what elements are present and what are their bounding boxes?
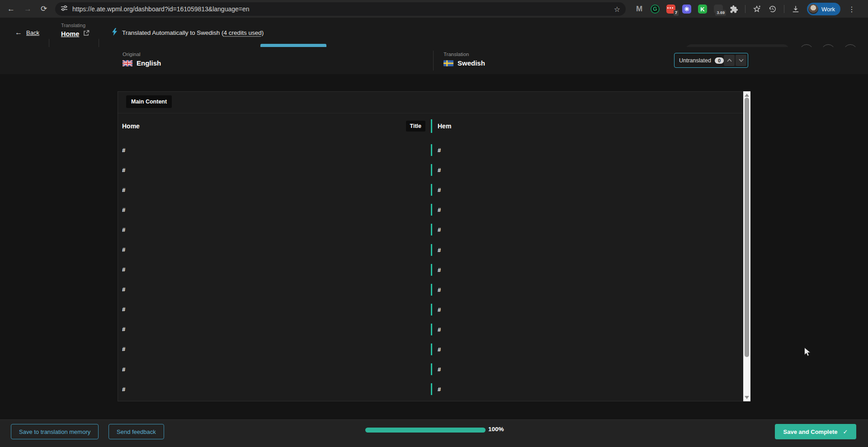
browser-nav-group: ← → ⟳ <box>0 5 48 13</box>
translation-language-name: Swedish <box>458 59 485 67</box>
target-text[interactable]: # <box>438 207 441 213</box>
dim-extension-badge: 3.69 <box>715 10 726 16</box>
browser-profile-button[interactable]: Work <box>807 3 840 15</box>
status-text: Translated Automatically to Swedish (4 c… <box>122 29 264 36</box>
credits-used-link[interactable]: 4 credits used <box>224 29 262 36</box>
check-icon: ✓ <box>843 428 848 435</box>
back-label: Back <box>26 29 39 36</box>
filter-label: Untranslated <box>679 57 711 64</box>
previous-segment-button[interactable] <box>724 55 735 66</box>
grammarly-extension-icon[interactable]: G <box>651 5 660 14</box>
target-text[interactable]: # <box>438 306 441 313</box>
segment-row[interactable]: # # <box>118 220 743 240</box>
untranslated-filter[interactable]: Untranslated 0 <box>674 53 748 68</box>
source-text[interactable]: # <box>122 167 125 174</box>
scrollbar-up-arrow[interactable] <box>745 94 749 97</box>
section-badge: Main Content <box>126 95 172 108</box>
scrollbar[interactable] <box>743 91 750 401</box>
segment-row[interactable]: # # <box>118 200 743 220</box>
segment-row[interactable]: # # <box>118 180 743 200</box>
browser-forward-icon[interactable]: → <box>24 5 32 13</box>
segment-row[interactable]: # # <box>118 300 743 320</box>
source-text[interactable]: # <box>122 326 125 333</box>
target-text[interactable]: # <box>438 287 441 293</box>
chevron-down-icon <box>739 59 744 62</box>
save-to-translation-memory-button[interactable]: Save to translation memory <box>11 424 99 439</box>
target-text[interactable]: Hem <box>438 122 451 130</box>
source-text[interactable]: # <box>122 226 125 233</box>
target-text[interactable]: # <box>438 326 441 333</box>
back-arrow-icon: ← <box>15 28 22 37</box>
segment-row[interactable]: # # <box>118 339 743 359</box>
blue-extension-icon[interactable]: ✳ <box>682 5 691 14</box>
lightning-icon <box>112 28 118 38</box>
source-text[interactable]: # <box>122 306 125 313</box>
uk-flag-icon <box>123 60 132 66</box>
source-text[interactable]: # <box>122 187 125 193</box>
scrollbar-thumb[interactable] <box>745 98 749 357</box>
red-extension-badge: 7 <box>674 10 679 16</box>
target-text[interactable]: # <box>438 187 441 193</box>
sparkle-star-icon[interactable] <box>752 5 761 14</box>
translation-label: Translation <box>443 52 485 57</box>
scrollbar-down-arrow[interactable] <box>745 396 749 399</box>
target-text[interactable]: # <box>438 386 441 393</box>
keeper-extension-icon[interactable]: K <box>698 5 707 14</box>
target-text[interactable]: # <box>438 247 441 254</box>
translating-label: Translating <box>61 23 90 28</box>
source-text[interactable]: # <box>122 266 125 273</box>
browser-toolbar: ← → ⟳ https://e.ate.wpml.org/dashboard?i… <box>0 0 868 18</box>
translation-panel: Main Content Home Title Hem # # # # # # … <box>118 91 750 401</box>
source-text[interactable]: # <box>122 246 125 253</box>
malwarebytes-extension-icon[interactable]: M <box>635 5 644 14</box>
browser-refresh-icon[interactable]: ⟳ <box>41 5 47 13</box>
profile-label: Work <box>821 6 835 13</box>
source-text[interactable]: # <box>122 366 125 373</box>
language-column-divider <box>433 51 434 71</box>
toolbar-separator <box>745 5 745 13</box>
target-text[interactable]: # <box>438 346 441 353</box>
segment-row[interactable]: # # <box>118 240 743 259</box>
bookmark-star-icon[interactable]: ☆ <box>614 5 620 14</box>
history-icon[interactable] <box>768 5 777 14</box>
downloads-icon[interactable] <box>791 5 800 14</box>
target-text[interactable]: # <box>438 366 441 373</box>
send-feedback-button[interactable]: Send feedback <box>108 424 164 439</box>
source-text[interactable]: # <box>122 346 125 353</box>
source-text[interactable]: # <box>122 386 125 393</box>
segment-row[interactable]: # # <box>118 160 743 180</box>
progress-bar <box>365 428 486 433</box>
red-extension-icon[interactable]: 7 <box>666 5 675 14</box>
document-title-link[interactable]: Home <box>61 30 79 38</box>
address-bar[interactable]: https://e.ate.wpml.org/dashboard?id=1610… <box>55 2 626 16</box>
source-text[interactable]: # <box>122 207 125 213</box>
target-text[interactable]: # <box>438 226 441 233</box>
source-text[interactable]: # <box>122 286 125 293</box>
language-bar: Original English Translation Swedish Unt… <box>0 47 868 74</box>
site-settings-icon[interactable] <box>61 5 68 14</box>
target-text[interactable]: # <box>438 147 441 154</box>
next-segment-button[interactable] <box>736 55 746 66</box>
segment-row[interactable]: # # <box>118 359 743 379</box>
segment-row[interactable]: # # <box>118 260 743 280</box>
external-link-icon[interactable] <box>83 30 90 38</box>
sweden-flag-icon <box>443 60 453 66</box>
field-badge: Title <box>406 121 425 132</box>
browser-back-icon[interactable]: ← <box>7 5 15 13</box>
source-text[interactable]: # <box>122 147 125 154</box>
save-and-complete-button[interactable]: Save and Complete ✓ <box>775 424 856 439</box>
segment-row[interactable]: # # <box>118 379 743 399</box>
segment-row[interactable]: # # <box>118 140 743 160</box>
target-text[interactable]: # <box>438 167 441 174</box>
segment-row[interactable]: # # <box>118 320 743 339</box>
dim-extension-icon[interactable]: 3.69 <box>714 5 723 14</box>
segment-row-title[interactable]: Home Title Hem <box>118 117 743 135</box>
back-button[interactable]: ← Back <box>15 18 39 47</box>
chevron-up-icon <box>727 59 732 62</box>
source-text[interactable]: Home <box>122 122 140 130</box>
extensions-puzzle-icon[interactable] <box>730 5 738 14</box>
segment-row[interactable]: # # <box>118 280 743 300</box>
browser-menu-icon[interactable]: ⋮ <box>848 5 855 14</box>
target-text[interactable]: # <box>438 267 441 273</box>
url-text[interactable]: https://e.ate.wpml.org/dashboard?id=1610… <box>72 5 609 13</box>
